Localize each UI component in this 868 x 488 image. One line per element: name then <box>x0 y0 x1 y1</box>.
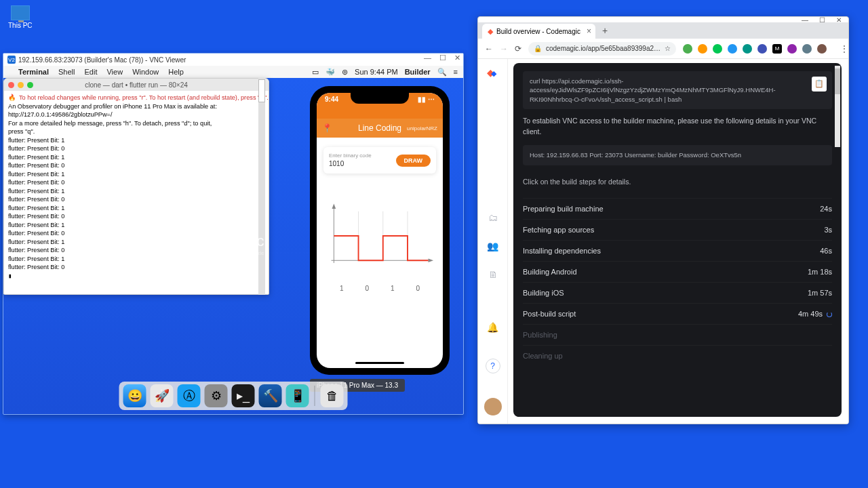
binary-input-label: Enter binary code <box>329 152 372 159</box>
build-step-label: Publishing <box>523 331 557 339</box>
encoding-dropdown[interactable]: unipolarNRZ <box>407 125 437 131</box>
home-indicator[interactable] <box>355 362 404 364</box>
win-maximize-button[interactable]: ☐ <box>439 54 446 62</box>
iphone-simulator[interactable]: 9:44 ▮▮ ⋯ 📍 Line Coding unipolarNRZ Ente… <box>310 86 450 375</box>
ext-icon[interactable]: M <box>772 44 782 54</box>
app-title: Line Coding <box>358 123 401 133</box>
chrome-tab-active[interactable]: ◆ Build overview - Codemagic × <box>482 24 595 39</box>
vnc-titlebar[interactable]: V2 192.159.66.83:23073 (Builder's Mac (7… <box>3 54 463 66</box>
menubar-app-name[interactable]: Terminal <box>18 68 49 76</box>
help-button[interactable]: ? <box>486 359 500 373</box>
vnc-credentials-block: Host: 192.159.66.83 Port: 23073 Username… <box>523 145 832 165</box>
new-tab-button[interactable]: + <box>602 25 608 39</box>
menubar-builder[interactable]: Builder <box>405 68 431 76</box>
win-minimize-button[interactable]: — <box>424 54 431 62</box>
menu-help[interactable]: Help <box>168 68 184 76</box>
traffic-light-close[interactable] <box>8 82 14 88</box>
dock-appstore-icon[interactable]: Ⓐ <box>178 384 201 407</box>
airplay-icon[interactable]: ▭ <box>312 68 319 77</box>
dock-xcode-icon[interactable]: 🔨 <box>259 384 282 407</box>
dock-simulator-icon[interactable]: 📱 <box>286 384 309 407</box>
desktop-icon-this-pc[interactable]: This PC <box>8 5 33 29</box>
build-step-time: 4m 49s <box>798 310 832 318</box>
tab-close-icon[interactable]: × <box>587 26 591 36</box>
ext-icon[interactable] <box>817 44 827 54</box>
build-step[interactable]: Publishing <box>523 324 832 345</box>
build-step-label: Cleaning up <box>523 352 563 360</box>
address-bar[interactable]: 🔒 codemagic.io/app/5e65baa89399a2… ☆ <box>528 42 676 56</box>
sidebar-apps-icon[interactable]: 🗂 <box>488 212 498 223</box>
location-icon[interactable]: 📍 <box>322 123 332 133</box>
codemagic-logo[interactable] <box>486 67 500 82</box>
traffic-light-minimize[interactable] <box>18 82 24 88</box>
star-icon[interactable]: ☆ <box>665 45 671 52</box>
chrome-tabstrip: ◆ Build overview - Codemagic × + <box>478 22 848 39</box>
build-step[interactable]: Cleaning up <box>523 345 832 366</box>
copy-button[interactable]: 📋 <box>812 77 827 92</box>
spotlight-icon[interactable]: 🔍 <box>437 68 447 77</box>
menubar-clock[interactable]: Sun 9:44 PM <box>355 68 398 76</box>
nav-back-button[interactable]: ← <box>485 44 493 54</box>
vnc-icon: V2 <box>7 56 16 64</box>
scrollbar-thumb[interactable] <box>835 68 840 94</box>
nav-forward-button[interactable]: → <box>500 44 508 54</box>
chrome-window[interactable]: — ☐ ✕ ◆ Build overview - Codemagic × + ←… <box>477 16 849 424</box>
chrome-menu-icon[interactable]: ⋮ <box>840 44 848 54</box>
draw-button[interactable]: DRAW <box>396 155 431 167</box>
mac-dock: 😀 🚀 Ⓐ ⚙ ▸_ 🔨 📱 🗑 <box>119 382 348 410</box>
menu-window[interactable]: Window <box>132 68 159 76</box>
terminal-title: clone — dart • flutter run — 80×24 <box>85 81 188 89</box>
sidebar-user-avatar[interactable] <box>484 398 502 415</box>
vnc-title: 192.159.66.83:23073 (Builder's Mac (78))… <box>18 56 186 64</box>
menu-shell[interactable]: Shell <box>58 68 75 76</box>
ext-icon[interactable] <box>787 44 797 54</box>
vnc-viewer-window[interactable]: V2 192.159.66.83:23073 (Builder's Mac (7… <box>3 53 464 415</box>
build-step[interactable]: Building Android1m 18s <box>523 261 832 282</box>
build-step[interactable]: Preparing build machine24s <box>523 198 832 219</box>
build-step[interactable]: Post-build script4m 49s <box>523 303 832 324</box>
phone-time: 9:44 <box>325 96 338 119</box>
dock-terminal-icon[interactable]: ▸_ <box>232 384 255 407</box>
ext-icon[interactable] <box>713 44 722 54</box>
binary-input-value[interactable]: 1010 <box>329 159 372 168</box>
ext-icon[interactable] <box>743 44 752 54</box>
panel-scrollbar[interactable] <box>835 66 840 147</box>
menu-view[interactable]: View <box>106 68 123 76</box>
terminal-window[interactable]: clone — dart • flutter run — 80×24 🔥 To … <box>3 78 269 295</box>
app-toolbar: 📍 Line Coding unipolarNRZ <box>317 119 443 138</box>
dock-launchpad-icon[interactable]: 🚀 <box>151 384 174 407</box>
sidebar-teams-icon[interactable]: 👥 <box>487 241 498 251</box>
docker-icon[interactable]: 🐳 <box>326 68 335 77</box>
win-close-button[interactable]: ✕ <box>454 54 460 62</box>
ext-icon[interactable] <box>728 44 737 54</box>
ext-icon[interactable] <box>757 44 767 54</box>
wifi-icon[interactable]: ⊚ <box>342 68 348 77</box>
build-step[interactable]: Building iOS1m 57s <box>523 282 832 303</box>
codemagic-sidebar: 🗂 👥 🗎 🔔 ? <box>478 59 508 424</box>
ext-icon[interactable] <box>698 44 707 54</box>
nav-reload-button[interactable]: ⟳ <box>515 44 521 54</box>
desktop-icon-label: This PC <box>8 22 33 29</box>
dock-settings-icon[interactable]: ⚙ <box>205 384 228 407</box>
ext-icon[interactable] <box>802 44 812 54</box>
siri-icon[interactable]: ≡ <box>454 68 458 76</box>
terminal-output[interactable]: 🔥 To hot reload changes while running, p… <box>4 91 269 294</box>
terminal-titlebar[interactable]: clone — dart • flutter run — 80×24 <box>4 79 269 91</box>
dock-finder-icon[interactable]: 😀 <box>123 384 146 407</box>
scrollbar-thumb[interactable] <box>258 79 265 102</box>
traffic-light-zoom[interactable] <box>27 82 33 88</box>
sidebar-docs-icon[interactable]: 🗎 <box>488 269 498 280</box>
dock-separator <box>315 386 315 406</box>
extension-icons: M <box>683 44 827 54</box>
menu-edit[interactable]: Edit <box>85 68 98 76</box>
steps-hint: Click on the build steps for details. <box>523 178 832 186</box>
phone-signal-icons: ▮▮ ⋯ <box>418 96 435 119</box>
terminal-scrollbar[interactable] <box>258 78 265 295</box>
build-step[interactable]: Fetching app sources3s <box>523 219 832 240</box>
dock-trash-icon[interactable]: 🗑 <box>321 384 344 407</box>
ext-icon[interactable] <box>683 44 692 54</box>
input-card: Enter binary code 1010 DRAW <box>323 147 436 174</box>
notifications-icon[interactable]: 🔔 <box>487 322 498 333</box>
pc-icon <box>11 5 30 20</box>
build-step[interactable]: Installing dependencies46s <box>523 240 832 261</box>
